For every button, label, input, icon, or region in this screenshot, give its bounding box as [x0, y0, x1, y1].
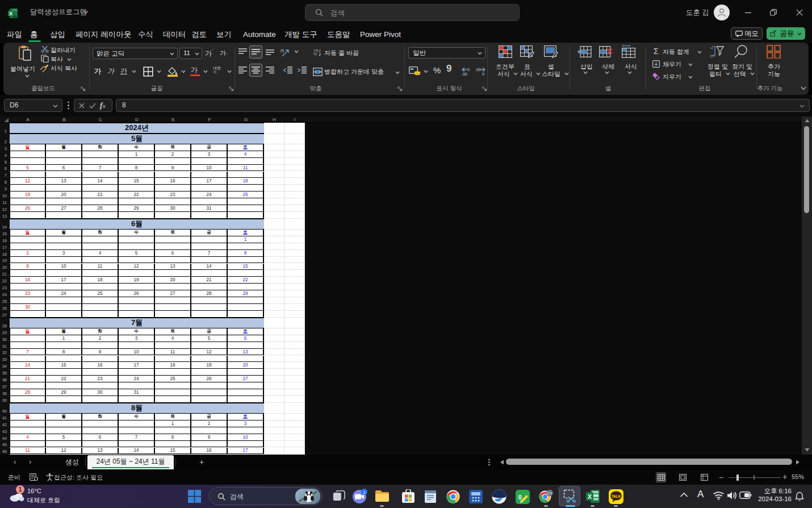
svg-text:0: 0 [467, 68, 470, 72]
svg-text:1: 1 [363, 490, 366, 495]
svg-text:X: X [588, 493, 592, 500]
svg-text:5.0: 5.0 [547, 492, 553, 495]
svg-text:0: 0 [518, 494, 522, 501]
svg-text:.00: .00 [462, 72, 467, 76]
svg-text:가: 가 [280, 48, 284, 53]
svg-text:다: 다 [313, 52, 317, 56]
svg-text:ㄱ: ㄱ [709, 47, 713, 51]
svg-text:0: 0 [482, 72, 484, 76]
svg-text:TALK: TALK [612, 494, 621, 498]
svg-text:X: X [9, 11, 12, 16]
svg-text:.00: .00 [475, 68, 481, 72]
